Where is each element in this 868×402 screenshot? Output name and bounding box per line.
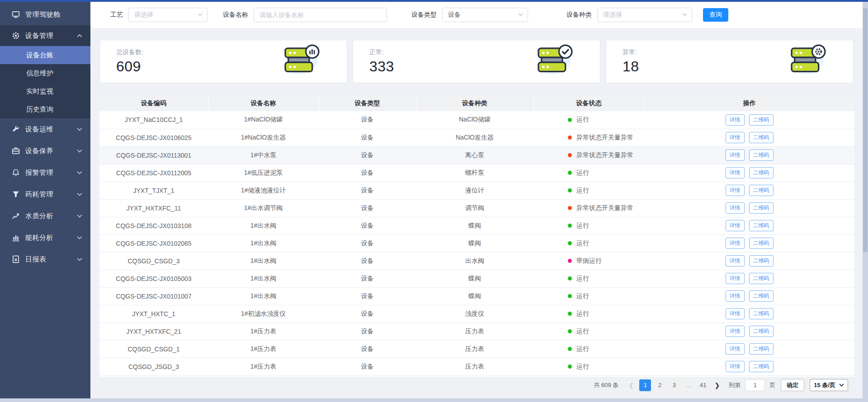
process-select[interactable]: 请选择	[128, 8, 208, 22]
cell-device-status: 异常状态开关量异常	[533, 146, 644, 164]
bell-icon	[12, 169, 20, 176]
chevron-down-icon	[77, 236, 82, 239]
sidebar-item-能耗分析[interactable]: 能耗分析	[0, 227, 90, 248]
cell-device-kind: 蝶阀	[416, 217, 533, 234]
sidebar-item-日报表[interactable]: 日报表	[0, 248, 90, 270]
cell-device-kind: 出水阀	[416, 252, 533, 270]
qrcode-button[interactable]: 二维码	[749, 343, 774, 355]
status-dot	[568, 118, 572, 122]
sidebar-subitem-设备台账[interactable]: 设备台账	[0, 46, 90, 64]
sidebar-item-药耗管理[interactable]: 药耗管理	[0, 183, 90, 205]
sidebar-item-设备运维[interactable]: 设备运维	[0, 118, 90, 140]
detail-button[interactable]: 详情	[726, 150, 745, 161]
qrcode-button[interactable]: 二维码	[749, 114, 774, 126]
qrcode-button[interactable]: 二维码	[749, 308, 774, 319]
detail-button[interactable]: 详情	[726, 361, 745, 372]
detail-button[interactable]: 详情	[726, 273, 745, 284]
qrcode-button[interactable]: 二维码	[749, 326, 774, 337]
sidebar-subitem-实时监视[interactable]: 实时监视	[0, 82, 90, 100]
cell-device-code: CQGS-DEJSC-JX0101007	[99, 287, 208, 305]
bar-chart-icon	[12, 234, 20, 241]
qrcode-button[interactable]: 二维码	[749, 220, 774, 231]
cell-actions: 详情二维码	[644, 305, 854, 323]
cell-actions: 详情二维码	[644, 340, 854, 358]
table-row: CQSGD_CSGD_31#出水阀设备出水阀带病运行详情二维码	[99, 252, 854, 270]
chevron-down-icon	[77, 257, 82, 261]
sidebar-item-label: 设备运维	[25, 125, 77, 134]
qrcode-button[interactable]: 二维码	[749, 132, 774, 143]
cell-device-type: 设备	[319, 199, 416, 217]
qrcode-button[interactable]: 二维码	[749, 361, 774, 372]
page-number-41[interactable]: 41	[697, 379, 709, 391]
goto-page-input[interactable]	[745, 379, 765, 391]
device-name-input[interactable]	[254, 8, 387, 22]
cell-device-type: 设备	[319, 323, 416, 340]
column-header: 设备状态	[533, 96, 644, 111]
stat-value: 18	[623, 58, 639, 75]
sidebar-subitem-历史查询[interactable]: 历史查询	[0, 100, 90, 118]
line-chart-icon	[12, 212, 20, 220]
qrcode-button[interactable]: 二维码	[749, 255, 774, 266]
page-number-1[interactable]: 1	[639, 379, 651, 391]
sidebar-subitem-信息维护[interactable]: 信息维护	[0, 64, 90, 82]
detail-button[interactable]: 详情	[726, 290, 745, 302]
detail-button[interactable]: 详情	[726, 238, 745, 249]
table-row: JYXT_NaC10CCJ_11#NaClO储罐设备NaClO储罐运行详情二维码	[99, 111, 854, 129]
page-number-2[interactable]: 2	[654, 379, 665, 391]
cell-device-kind: 螺杆泵	[416, 164, 533, 182]
detail-button[interactable]: 详情	[726, 185, 745, 196]
cell-device-kind: NaClO储罐	[416, 111, 533, 129]
status-dot	[568, 259, 572, 263]
status-dot	[568, 136, 572, 140]
report-icon	[12, 256, 20, 263]
detail-button[interactable]: 详情	[726, 114, 745, 126]
next-page-icon[interactable]: ❯	[712, 382, 722, 389]
qrcode-button[interactable]: 二维码	[749, 202, 774, 214]
device-ledger-page: 管理驾驶舱设备管理设备台账信息维护实时监视历史查询设备运维设备保养报警管理药耗管…	[0, 0, 868, 402]
cell-device-name: 1#NaClO储罐	[208, 111, 319, 129]
detail-button[interactable]: 详情	[726, 343, 745, 355]
cell-actions: 详情二维码	[644, 199, 854, 217]
status-text: 运行	[576, 187, 589, 194]
sidebar-item-管理驾驶舱[interactable]: 管理驾驶舱	[0, 4, 90, 25]
qrcode-button[interactable]: 二维码	[749, 290, 774, 302]
table-row: JYXT_TJXT_11#储液池液位计设备液位计运行详情二维码	[99, 182, 854, 199]
device-kind-select[interactable]: 请选择	[597, 8, 692, 22]
wrench-icon	[12, 126, 20, 133]
detail-button[interactable]: 详情	[726, 202, 745, 214]
device-type-select[interactable]: 设备	[442, 8, 528, 22]
sidebar-item-报警管理[interactable]: 报警管理	[0, 162, 90, 183]
sidebar-item-设备保养[interactable]: 设备保养	[0, 140, 90, 162]
stat-card: 总设备数:609	[99, 40, 347, 83]
status-text: 运行	[576, 363, 589, 370]
detail-button[interactable]: 详情	[726, 132, 745, 143]
goto-confirm-button[interactable]: 确定	[781, 379, 804, 391]
column-header: 设备种类	[416, 96, 533, 111]
qrcode-button[interactable]: 二维码	[749, 185, 774, 196]
sidebar-item-水质分析[interactable]: 水质分析	[0, 205, 90, 227]
detail-button[interactable]: 详情	[726, 308, 745, 319]
qrcode-button[interactable]: 二维码	[749, 238, 774, 249]
detail-button[interactable]: 详情	[726, 167, 745, 178]
cell-device-type: 设备	[319, 129, 416, 146]
detail-button[interactable]: 详情	[726, 326, 745, 337]
sidebar-item-label: 水质分析	[25, 212, 77, 220]
scrollbar-thumb[interactable]	[863, 8, 868, 252]
bottom-edge-strip	[0, 398, 868, 402]
search-button[interactable]: 查询	[703, 8, 728, 22]
detail-button[interactable]: 详情	[726, 220, 745, 231]
cell-device-code: CQSGD_JSGD_3	[99, 358, 208, 375]
detail-button[interactable]: 详情	[726, 255, 745, 266]
cell-device-status: 运行	[533, 234, 644, 252]
qrcode-button[interactable]: 二维码	[749, 167, 774, 178]
qrcode-button[interactable]: 二维码	[749, 150, 774, 161]
stat-card: 正常:333	[353, 40, 600, 83]
sidebar-item-设备管理[interactable]: 设备管理	[0, 25, 90, 46]
prev-page-icon[interactable]: ❮	[626, 382, 637, 389]
qrcode-button[interactable]: 二维码	[749, 273, 774, 284]
page-number-3[interactable]: 3	[668, 379, 680, 391]
cell-device-name: 1#NaClO发生器	[208, 129, 319, 146]
cell-actions: 详情二维码	[644, 217, 854, 234]
cell-actions: 详情二维码	[644, 270, 854, 287]
page-size-select[interactable]: 15 条/页	[810, 379, 848, 391]
